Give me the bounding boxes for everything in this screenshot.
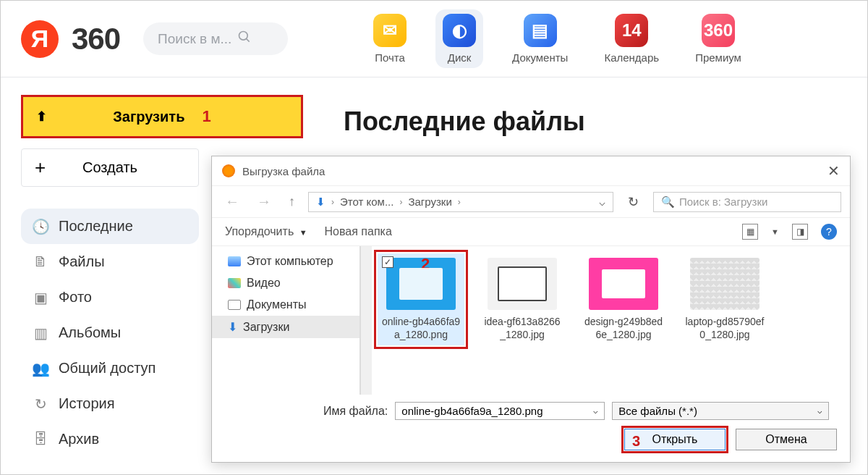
service-label: Документы xyxy=(512,51,568,64)
documents-icon: ▤ xyxy=(524,14,557,47)
sidebar-item-history[interactable]: ↻ История xyxy=(21,386,199,421)
refresh-icon[interactable]: ↻ xyxy=(622,194,644,210)
chevron-down-icon: ⌵ xyxy=(817,406,822,416)
new-folder-button[interactable]: Новая папка xyxy=(325,225,392,238)
chevron-down-icon[interactable]: ⌵ xyxy=(599,196,605,209)
file-item[interactable]: design-g249b8ed6e_1280.jpg xyxy=(580,253,667,345)
svg-point-0 xyxy=(239,32,248,41)
chevron-right-icon: › xyxy=(331,197,334,207)
service-label: Диск xyxy=(448,51,472,64)
checkbox-icon[interactable]: ✓ xyxy=(382,256,393,268)
page-title: Последние файлы xyxy=(344,106,585,137)
sidebar-item-files[interactable]: 🗎 Файлы xyxy=(21,244,199,279)
filetype-select[interactable]: Все файлы (*.*) ⌵ xyxy=(612,402,829,420)
back-icon[interactable]: ← xyxy=(221,190,244,213)
file-name: laptop-gd85790ef0_1280.jpg xyxy=(681,316,768,345)
dialog-footer: Имя файла: online-gb4a66fa9a_1280.png ⌵ … xyxy=(212,395,850,462)
tree-scrollbar[interactable] xyxy=(360,246,372,395)
tree-item-documents[interactable]: Документы xyxy=(212,294,359,316)
service-label: Премиум xyxy=(695,51,741,64)
file-thumbnail xyxy=(690,258,760,310)
search-input[interactable]: Поиск в м... xyxy=(143,22,288,55)
create-button[interactable]: + Создать xyxy=(21,148,199,187)
breadcrumb-root: Этот ком... xyxy=(340,196,393,208)
service-documents[interactable]: ▤ Документы xyxy=(505,9,575,68)
forward-icon[interactable]: → xyxy=(252,190,276,213)
annotation-1: 1 xyxy=(202,107,210,126)
dialog-search-input[interactable]: 🔍 Поиск в: Загрузки xyxy=(653,192,841,212)
up-icon[interactable]: ↑ xyxy=(284,191,299,212)
tree-item-video[interactable]: Видео xyxy=(212,272,359,294)
calendar-icon: 14 xyxy=(615,14,648,47)
yandex-logo-icon[interactable]: Я xyxy=(21,20,59,58)
filename-label: Имя файла: xyxy=(323,405,388,418)
file-item[interactable]: laptop-gd85790ef0_1280.jpg xyxy=(681,253,768,345)
service-calendar[interactable]: 14 Календарь xyxy=(597,9,666,68)
file-open-dialog: Выгрузка файла ✕ ← → ↑ ⬇ › Этот ком... ›… xyxy=(211,156,851,463)
tree-label: Видео xyxy=(247,277,281,290)
video-folder-icon xyxy=(228,278,241,288)
help-icon[interactable]: ? xyxy=(821,224,837,240)
nav-label: Альбомы xyxy=(59,324,121,341)
file-thumbnail xyxy=(488,258,557,310)
preview-pane-icon[interactable]: ◨ xyxy=(792,224,808,240)
tree-label: Загрузки xyxy=(243,321,289,334)
dialog-body: Этот компьютер Видео Документы ⬇ Загрузк… xyxy=(212,246,850,395)
cancel-button[interactable]: Отмена xyxy=(736,429,837,450)
file-grid: ✓ 2 online-gb4a66fa9a_1280.png idea-gf61… xyxy=(372,246,850,395)
service-mail[interactable]: ✉ Почта xyxy=(366,9,414,68)
service-premium[interactable]: 360 Премиум xyxy=(688,9,749,68)
sidebar-item-recent[interactable]: 🕓 Последние xyxy=(21,209,199,244)
chevron-down-icon[interactable]: ⌵ xyxy=(593,406,598,416)
nav-label: История xyxy=(59,395,115,412)
logo-360-text: 360 xyxy=(72,22,120,56)
sidebar-item-archive[interactable]: 🗄 Архив xyxy=(21,421,199,457)
open-button[interactable]: 3 Открыть xyxy=(624,429,726,450)
filename-input[interactable]: online-gb4a66fa9a_1280.png ⌵ xyxy=(395,402,605,420)
annotation-3: 3 xyxy=(632,433,640,450)
archive-icon: 🗄 xyxy=(33,432,48,447)
file-item[interactable]: idea-gf613a8266_1280.jpg xyxy=(479,253,566,345)
download-arrow-icon: ⬇ xyxy=(228,320,237,334)
service-label: Календарь xyxy=(604,51,659,64)
file-name: online-gb4a66fa9a_1280.png xyxy=(378,316,464,345)
nav-label: Архив xyxy=(59,431,99,447)
dialog-toolbar: Упорядочить ▼ Новая папка ▦ ▼ ◨ ? xyxy=(212,218,850,246)
nav-label: Общий доступ xyxy=(59,360,156,377)
documents-folder-icon xyxy=(228,300,241,310)
dialog-titlebar: Выгрузка файла ✕ xyxy=(212,156,850,185)
tree-label: Документы xyxy=(247,298,306,311)
chevron-down-icon: ▼ xyxy=(299,228,307,237)
services-nav: ✉ Почта ◐ Диск ▤ Документы 14 Календарь … xyxy=(366,9,749,68)
search-icon: 🔍 xyxy=(661,196,675,209)
chevron-down-icon[interactable]: ▼ xyxy=(771,227,779,236)
breadcrumb[interactable]: ⬇ › Этот ком... › Загрузки › ⌵ xyxy=(308,192,613,212)
upload-label: Загрузить xyxy=(113,109,184,125)
header: Я 360 Поиск в м... ✉ Почта ◐ Диск ▤ Доку… xyxy=(1,1,867,77)
organize-menu[interactable]: Упорядочить ▼ xyxy=(225,225,307,238)
sidebar-item-albums[interactable]: ▥ Альбомы xyxy=(21,315,199,350)
close-icon[interactable]: ✕ xyxy=(827,162,840,180)
chevron-right-icon: › xyxy=(458,197,461,207)
create-label: Создать xyxy=(82,159,137,176)
filename-value: online-gb4a66fa9a_1280.png xyxy=(401,405,542,417)
sidebar-item-shared[interactable]: 👥 Общий доступ xyxy=(21,350,199,386)
nav-label: Последние xyxy=(59,218,133,235)
service-disk[interactable]: ◐ Диск xyxy=(435,9,483,68)
svg-line-1 xyxy=(247,39,250,42)
upload-button[interactable]: ⬆ Загрузить 1 xyxy=(21,95,303,138)
file-name: idea-gf613a8266_1280.jpg xyxy=(479,316,566,345)
sidebar-item-photo[interactable]: ▣ Фото xyxy=(21,279,199,315)
search-placeholder: Поиск в м... xyxy=(158,31,231,47)
clock-icon: 🕓 xyxy=(33,219,48,235)
tree-item-computer[interactable]: Этот компьютер xyxy=(212,251,359,272)
mail-icon: ✉ xyxy=(373,14,407,47)
tree-item-downloads[interactable]: ⬇ Загрузки xyxy=(212,316,359,338)
nav-label: Файлы xyxy=(59,253,105,270)
view-mode-icon[interactable]: ▦ xyxy=(742,224,758,240)
history-icon: ↻ xyxy=(33,396,48,412)
plus-icon: + xyxy=(35,156,46,179)
dialog-nav-bar: ← → ↑ ⬇ › Этот ком... › Загрузки › ⌵ ↻ 🔍… xyxy=(212,185,850,218)
albums-icon: ▥ xyxy=(33,325,48,341)
file-item-selected[interactable]: ✓ 2 online-gb4a66fa9a_1280.png xyxy=(378,253,464,345)
